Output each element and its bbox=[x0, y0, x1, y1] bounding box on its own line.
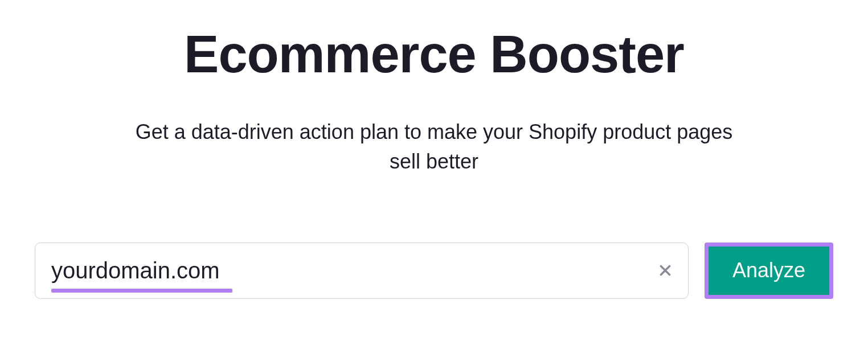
analyze-button-highlight: Analyze bbox=[705, 243, 833, 299]
domain-input[interactable] bbox=[51, 258, 648, 284]
page-subtitle: Get a data-driven action plan to make yo… bbox=[121, 117, 747, 176]
analyze-form: Analyze bbox=[0, 243, 868, 299]
analyze-button[interactable]: Analyze bbox=[709, 247, 829, 295]
page-title: Ecommerce Booster bbox=[184, 26, 684, 83]
clear-input-button[interactable] bbox=[655, 260, 675, 281]
input-highlight-underline bbox=[51, 289, 232, 293]
domain-input-wrapper bbox=[35, 243, 689, 299]
close-icon bbox=[658, 263, 673, 278]
